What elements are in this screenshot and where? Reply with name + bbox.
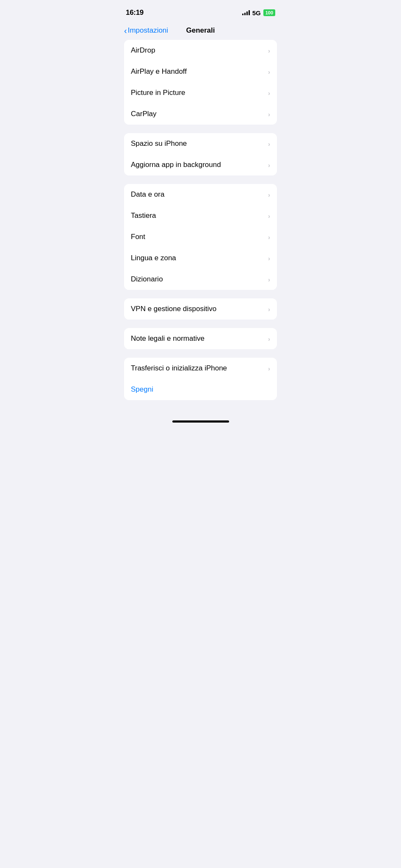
chevron-right-icon: › <box>268 47 270 54</box>
item-label-language: Lingua e zona <box>131 254 176 262</box>
chevron-right-icon: › <box>268 365 270 372</box>
chevron-right-icon: › <box>268 255 270 262</box>
list-item-language[interactable]: Lingua e zona › <box>124 248 277 269</box>
chevron-right-icon: › <box>268 306 270 313</box>
list-item-background[interactable]: Aggiorna app in background › <box>124 154 277 175</box>
status-bar: 16:19 5G 100 <box>117 0 284 23</box>
list-item-airplay[interactable]: AirPlay e Handoff › <box>124 61 277 82</box>
item-label-dictionary: Dizionario <box>131 275 163 284</box>
chevron-right-icon: › <box>268 234 270 241</box>
item-label-airplay: AirPlay e Handoff <box>131 67 187 76</box>
settings-group-6: Trasferisci o inizializza iPhone › Spegn… <box>124 358 277 400</box>
status-right: 5G 100 <box>242 9 275 17</box>
list-item-transfer[interactable]: Trasferisci o inizializza iPhone › <box>124 358 277 379</box>
item-label-datetime: Data e ora <box>131 190 164 199</box>
battery-level: 100 <box>263 9 275 16</box>
chevron-right-icon: › <box>268 191 270 198</box>
item-label-carplay: CarPlay <box>131 110 156 118</box>
chevron-right-icon: › <box>268 89 270 97</box>
list-item-airdrop[interactable]: AirDrop › <box>124 40 277 61</box>
back-label: Impostazioni <box>128 26 168 35</box>
list-item-carplay[interactable]: CarPlay › <box>124 103 277 125</box>
chevron-right-icon: › <box>268 68 270 75</box>
item-label-airdrop: AirDrop <box>131 46 155 55</box>
network-type: 5G <box>252 9 261 17</box>
back-chevron-icon: ‹ <box>124 26 127 35</box>
chevron-right-icon: › <box>268 276 270 283</box>
chevron-right-icon: › <box>268 335 270 342</box>
settings-group-3: Data e ora › Tastiera › Font › Lingua e … <box>124 184 277 290</box>
list-item-legal[interactable]: Note legali e normative › <box>124 328 277 349</box>
settings-content: AirDrop › AirPlay e Handoff › Picture in… <box>117 40 284 417</box>
home-bar <box>172 420 229 423</box>
settings-group-1: AirDrop › AirPlay e Handoff › Picture in… <box>124 40 277 125</box>
home-indicator <box>117 417 284 427</box>
list-item-vpn[interactable]: VPN e gestione dispositivo › <box>124 298 277 320</box>
item-label-transfer: Trasferisci o inizializza iPhone <box>131 364 227 373</box>
list-item-storage[interactable]: Spazio su iPhone › <box>124 133 277 154</box>
settings-group-5: Note legali e normative › <box>124 328 277 349</box>
status-time: 16:19 <box>126 8 144 17</box>
chevron-right-icon: › <box>268 161 270 169</box>
chevron-right-icon: › <box>268 212 270 220</box>
settings-group-4: VPN e gestione dispositivo › <box>124 298 277 320</box>
nav-header: ‹ Impostazioni Generali <box>117 23 284 40</box>
back-button[interactable]: ‹ Impostazioni <box>124 26 168 35</box>
list-item-spegni[interactable]: Spegni <box>124 379 277 400</box>
item-label-spegni: Spegni <box>131 385 153 394</box>
chevron-right-icon: › <box>268 111 270 118</box>
signal-icon <box>242 10 250 15</box>
item-label-keyboard: Tastiera <box>131 211 156 220</box>
item-label-storage: Spazio su iPhone <box>131 139 187 148</box>
settings-group-2: Spazio su iPhone › Aggiorna app in backg… <box>124 133 277 175</box>
page-title: Generali <box>186 26 215 35</box>
list-item-datetime[interactable]: Data e ora › <box>124 184 277 205</box>
item-label-legal: Note legali e normative <box>131 334 205 343</box>
list-item-font[interactable]: Font › <box>124 226 277 248</box>
item-label-font: Font <box>131 233 145 241</box>
list-item-pip[interactable]: Picture in Picture › <box>124 82 277 103</box>
item-label-vpn: VPN e gestione dispositivo <box>131 305 216 313</box>
chevron-right-icon: › <box>268 140 270 147</box>
item-label-background: Aggiorna app in background <box>131 161 221 169</box>
list-item-keyboard[interactable]: Tastiera › <box>124 205 277 226</box>
battery-icon: 100 <box>263 9 275 16</box>
item-label-pip: Picture in Picture <box>131 89 185 97</box>
list-item-dictionary[interactable]: Dizionario › <box>124 269 277 290</box>
